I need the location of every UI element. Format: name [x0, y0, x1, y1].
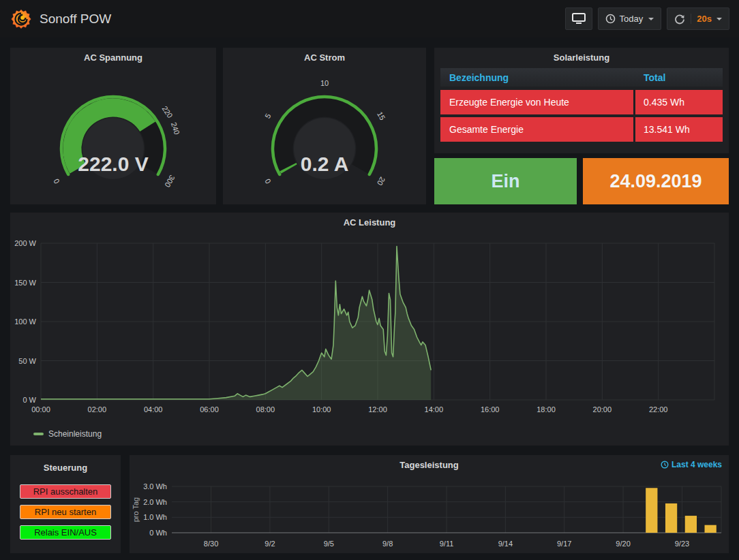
svg-text:1.0 Wh: 1.0 Wh — [143, 513, 167, 521]
legend-swatch — [33, 433, 44, 435]
refresh-icon — [674, 14, 685, 25]
svg-text:pro Tag: pro Tag — [132, 497, 140, 523]
panel-title[interactable]: AC Leistung — [10, 213, 729, 232]
column-header-bezeichnung[interactable]: Bezeichnung — [440, 72, 635, 83]
svg-text:0: 0 — [263, 177, 272, 185]
svg-text:10:00: 10:00 — [312, 405, 331, 414]
caret-down-icon — [648, 18, 654, 20]
svg-text:18:00: 18:00 — [537, 405, 556, 414]
gauge-value: 0.2 A — [301, 153, 349, 175]
panel-steuerung: Steuerung RPI ausschalten RPI neu starte… — [10, 455, 121, 553]
legend-label: Scheinleistung — [48, 429, 102, 439]
svg-text:0 Wh: 0 Wh — [149, 529, 167, 537]
svg-text:0: 0 — [52, 177, 61, 185]
table-header: Bezeichnung Total — [440, 68, 723, 87]
kiosk-mode-button[interactable] — [565, 7, 592, 30]
svg-text:8/30: 8/30 — [204, 540, 218, 548]
panel-ac-leistung: AC Leistung 0 W50 W100 W150 W200 W00:000… — [10, 213, 729, 446]
table-row: Erzeugte Energie von Heute 0.435 Wh — [440, 90, 723, 114]
svg-text:12:00: 12:00 — [368, 405, 387, 414]
panel-date: 24.09.2019 — [583, 158, 729, 204]
row-label: Gesamte Energie — [440, 117, 633, 142]
svg-text:300: 300 — [163, 174, 177, 189]
svg-text:08:00: 08:00 — [256, 405, 275, 414]
clock-icon — [605, 14, 616, 24]
panel-tagesleistung: Tagesleistung Last 4 weeks 0 Wh1.0 Wh2.0… — [130, 455, 729, 553]
rpi-shutdown-button[interactable]: RPI ausschalten — [20, 484, 111, 499]
ac-spannung-gauge: 0220240300222.0 V — [10, 67, 216, 203]
svg-text:02:00: 02:00 — [88, 405, 107, 414]
tagesleistung-chart[interactable]: 0 Wh1.0 Wh2.0 Wh3.0 Wh8/309/29/59/89/119… — [130, 474, 729, 552]
row-label: Erzeugte Energie von Heute — [440, 90, 633, 114]
svg-text:2.0 Wh: 2.0 Wh — [143, 498, 167, 506]
panel-relay-status: Ein — [434, 158, 577, 204]
grafana-logo-icon — [11, 9, 31, 29]
svg-text:220: 220 — [161, 104, 175, 119]
svg-text:5: 5 — [263, 112, 272, 119]
refresh-interval-dropdown[interactable]: 20s — [691, 14, 722, 24]
svg-text:100 W: 100 W — [14, 317, 36, 326]
svg-text:9/5: 9/5 — [324, 540, 334, 548]
top-navbar: Sonoff POW Today 20s — [0, 0, 739, 37]
svg-text:50 W: 50 W — [18, 357, 36, 365]
row-value: 0.435 Wh — [635, 90, 723, 114]
relay-status-value: Ein — [491, 171, 519, 192]
refresh-controls[interactable]: 20s — [667, 7, 729, 30]
svg-text:15: 15 — [376, 110, 387, 122]
svg-text:04:00: 04:00 — [144, 405, 163, 414]
date-value: 24.09.2019 — [609, 171, 702, 192]
svg-text:9/2: 9/2 — [265, 540, 275, 548]
gauge-value: 222.0 V — [78, 153, 148, 175]
svg-text:00:00: 00:00 — [31, 405, 50, 414]
svg-text:9/23: 9/23 — [675, 540, 689, 548]
svg-text:9/8: 9/8 — [382, 540, 393, 548]
svg-text:150 W: 150 W — [14, 279, 36, 287]
ac-leistung-chart[interactable]: 0 W50 W100 W150 W200 W00:0002:0004:0006:… — [10, 232, 729, 424]
time-range-label: Today — [620, 14, 644, 24]
svg-text:06:00: 06:00 — [200, 405, 219, 414]
svg-text:3.0 Wh: 3.0 Wh — [143, 482, 167, 491]
svg-text:9/17: 9/17 — [557, 540, 571, 548]
clock-icon — [661, 461, 669, 469]
svg-text:9/11: 9/11 — [440, 540, 454, 548]
solar-table: Bezeichnung Total Erzeugte Energie von H… — [440, 68, 723, 142]
panel-ac-strom: AC Strom 051015200.2 A — [223, 48, 426, 204]
caret-down-icon — [717, 18, 722, 20]
dashboard-title: Sonoff POW — [40, 12, 111, 27]
svg-text:9/14: 9/14 — [498, 540, 513, 548]
svg-text:20: 20 — [376, 176, 387, 187]
relay-toggle-button[interactable]: Relais EIN/AUS — [20, 525, 111, 540]
svg-text:240: 240 — [170, 121, 181, 136]
table-row: Gesamte Energie 13.541 Wh — [440, 117, 723, 142]
svg-text:22:00: 22:00 — [649, 405, 668, 414]
svg-text:200 W: 200 W — [14, 239, 36, 247]
ac-strom-gauge: 051015200.2 A — [223, 67, 426, 203]
panel-title[interactable]: Tagesleistung — [130, 455, 729, 474]
svg-text:14:00: 14:00 — [425, 405, 444, 414]
tv-monitor-icon — [572, 13, 586, 25]
column-header-total[interactable]: Total — [635, 72, 723, 83]
time-override-label: Last 4 weeks — [672, 460, 722, 469]
time-override-link[interactable]: Last 4 weeks — [661, 460, 722, 469]
row-value: 13.541 Wh — [635, 117, 723, 142]
svg-text:9/20: 9/20 — [616, 540, 630, 548]
refresh-interval-label: 20s — [697, 14, 712, 24]
svg-text:10: 10 — [320, 79, 329, 87]
svg-text:16:00: 16:00 — [481, 405, 500, 414]
refresh-button[interactable] — [674, 14, 685, 25]
panel-ac-spannung: AC Spannung 0220240300222.0 V — [10, 48, 216, 204]
svg-text:20:00: 20:00 — [593, 405, 612, 414]
legend-item-scheinleistung[interactable]: Scheinleistung — [10, 429, 729, 439]
time-range-picker[interactable]: Today — [598, 7, 662, 30]
panel-solarleistung: Solarleistung Bezeichnung Total Erzeugte… — [434, 48, 729, 153]
panel-title[interactable]: Steuerung — [10, 455, 121, 474]
panel-title[interactable]: Solarleistung — [434, 48, 729, 67]
panel-title[interactable]: AC Spannung — [10, 48, 216, 67]
svg-text:0 W: 0 W — [22, 396, 36, 404]
rpi-restart-button[interactable]: RPI neu starten — [20, 505, 111, 519]
panel-title[interactable]: AC Strom — [223, 48, 426, 67]
